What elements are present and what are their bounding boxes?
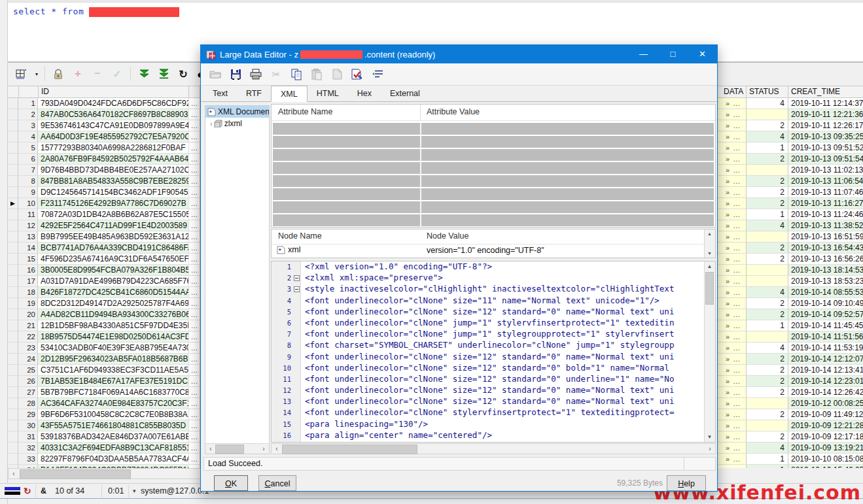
row-number-cell[interactable]: 11 [18, 209, 38, 220]
print-button[interactable] [249, 68, 262, 81]
code-vertical-scrollbar[interactable]: ▲ ▼ [704, 261, 715, 442]
cell-status[interactable]: 2 [746, 365, 788, 376]
code-line[interactable]: <font underlinecolor="clNone" size="12" … [302, 363, 704, 374]
fetch-next-page-button[interactable] [137, 67, 150, 80]
cell-creat-time[interactable]: 2019-10-09 13:19:21▾ [788, 443, 863, 454]
cell-id-browse-button[interactable]: … [188, 376, 200, 387]
cell-data-browse-button[interactable]: »… [714, 165, 746, 176]
cell-status[interactable] [746, 109, 788, 120]
row-number-cell[interactable]: 12 [18, 220, 38, 231]
open-file-button[interactable] [209, 68, 222, 81]
cell-id[interactable]: 7B1AB53E1B484E67A17AFE37E5191DC1 [38, 376, 188, 387]
cell-creat-time[interactable]: 2019-10-13 16:54:43▾ [788, 243, 863, 254]
cell-data-browse-button[interactable]: »… [714, 431, 746, 443]
cell-id[interactable]: 82297F8796F04D3DAA5B5AA7783ACF4A [38, 454, 188, 465]
cell-data-browse-button[interactable]: »… [714, 298, 746, 309]
cell-id[interactable]: 847BB81A8AB54833A558C9B7EBE28259 [38, 176, 188, 187]
cell-creat-time[interactable]: 2019-10-14 11:53:19▾ [788, 343, 863, 354]
code-line[interactable]: <style inactiveselcolor="clHighlight" in… [302, 284, 704, 295]
cell-status[interactable] [746, 420, 788, 431]
row-indicator-cell[interactable] [8, 220, 18, 231]
cell-id[interactable]: 2A80A76FB9F84592B5025792F4AAAB64 [38, 154, 188, 165]
minimize-button[interactable]: — [629, 45, 658, 63]
xml-source-view[interactable]: 12345678910111213141516 <?xml version="1… [271, 261, 716, 443]
row-number-cell[interactable]: 8 [18, 176, 38, 187]
help-button[interactable]: Help [667, 475, 706, 491]
cell-id[interactable]: A031D7A91DAE4996B79D4223CA685F76 [38, 276, 188, 287]
cell-creat-time[interactable]: 2019-10-14 12:26:42▾ [788, 387, 863, 398]
cell-id[interactable]: 3B0005E8D9954FCBA079A326F1B804B5 [38, 265, 188, 276]
row-indicator-cell[interactable] [8, 109, 18, 120]
scrollbar-thumb[interactable] [20, 469, 131, 479]
cell-data-browse-button[interactable]: »… [714, 265, 746, 276]
row-number-cell[interactable]: 7 [18, 165, 38, 176]
cell-creat-time[interactable]: 2019-10-13 09:51:54▾ [788, 154, 863, 165]
tree-horizontal-scrollbar[interactable]: ‹ › [205, 443, 269, 454]
row-number-cell[interactable]: 21 [18, 320, 38, 331]
cell-creat-time[interactable]: 2019-10-13 11:02:13▾ [788, 165, 863, 176]
attribute-value-header[interactable]: Attribute Value [427, 107, 480, 116]
paste-button[interactable] [310, 68, 323, 81]
cell-creat-time[interactable]: 2019-10-09 12:17:18▾ [788, 431, 863, 443]
cell-id[interactable]: A4AD82CB11D9494BA934300C33276B06 [38, 309, 188, 320]
cell-id-browse-button[interactable]: … [188, 398, 200, 409]
cell-data-browse-button[interactable]: »… [714, 354, 746, 365]
row-number-cell[interactable]: 24 [18, 354, 38, 365]
row-number-cell[interactable]: 23 [18, 343, 38, 354]
cell-creat-time[interactable]: 2019-10-14 12:23:01▾ [788, 376, 863, 387]
cell-id-browse-button[interactable]: … [188, 243, 200, 254]
cell-creat-time[interactable]: 2019-10-13 11:07:46▾ [788, 187, 863, 198]
row-indicator-cell[interactable] [8, 154, 18, 165]
row-number-cell[interactable]: 27 [18, 387, 38, 398]
cell-data-browse-button[interactable]: »… [714, 320, 746, 331]
row-indicator-cell[interactable] [8, 120, 18, 131]
cell-id-browse-button[interactable]: … [188, 354, 200, 365]
cell-id[interactable]: 4F596D235A67416A9C31DF6A547650EF [38, 254, 188, 265]
row-number-cell[interactable]: 32 [18, 443, 38, 454]
cell-creat-time[interactable]: 2019-10-11 12:26:17▾ [788, 120, 863, 131]
cell-data-browse-button[interactable]: »… [714, 287, 746, 298]
row-number-cell[interactable]: 29 [18, 409, 38, 420]
node-value-header[interactable]: Node Value [427, 231, 468, 241]
row-number-cell[interactable]: 6 [18, 154, 38, 165]
cell-status[interactable] [746, 398, 788, 409]
cell-id-browse-button[interactable]: … [188, 176, 200, 187]
cell-id-browse-button[interactable]: … [188, 231, 200, 243]
cell-status[interactable]: 2 [746, 387, 788, 398]
row-number-cell[interactable]: 33 [18, 454, 38, 465]
cell-creat-time[interactable]: 2019-10-13 11:06:54▾ [788, 176, 863, 187]
scrollbar-thumb[interactable] [215, 445, 244, 454]
cell-creat-time[interactable]: 2019-10-13 11:16:27▾ [788, 198, 863, 209]
cell-id-browse-button[interactable]: … [188, 387, 200, 398]
cell-data-browse-button[interactable]: »… [714, 443, 746, 454]
cell-id-browse-button[interactable]: … [188, 98, 200, 109]
cell-data-browse-button[interactable]: »… [714, 331, 746, 343]
row-number-cell[interactable]: 2 [18, 109, 38, 120]
row-number-cell[interactable]: 30 [18, 420, 38, 431]
row-indicator-cell[interactable] [8, 243, 18, 254]
cell-status[interactable]: 4 [746, 220, 788, 231]
row-indicator-cell[interactable]: ▶ [8, 198, 18, 209]
row-number-cell[interactable]: 17 [18, 276, 38, 287]
cell-id-browse-button[interactable]: … [188, 276, 200, 287]
lock-button[interactable] [52, 67, 65, 80]
row-indicator-cell[interactable] [8, 376, 18, 387]
cell-id[interactable]: 2D12B95F29634023AB5FA018B5687B6B [38, 354, 188, 365]
scroll-right-icon[interactable]: › [705, 444, 715, 454]
scroll-up-icon[interactable]: ▲ [705, 229, 714, 238]
cell-creat-time[interactable]: 2019-10-14 12:13:41▾ [788, 365, 863, 376]
cell-status[interactable]: 1 [746, 320, 788, 331]
grid-layout-caret[interactable]: ▾ [35, 71, 38, 77]
cell-id-browse-button[interactable]: … [188, 265, 200, 276]
cell-id[interactable]: BCB7741AD76A4A339CBD4191C86486FA [38, 243, 188, 254]
row-indicator-cell[interactable] [8, 454, 18, 465]
node-grid-scrollbar[interactable]: ▲ ▼ [704, 229, 715, 258]
code-line[interactable]: <para linespacing="130"/> [302, 419, 704, 430]
cell-status[interactable]: 2 [746, 243, 788, 254]
cell-id[interactable]: 40331C3A2F694EDFA8B9C13CAF818551 [38, 443, 188, 454]
cell-id-browse-button[interactable]: … [188, 331, 200, 343]
tab-rtf[interactable]: RTF [237, 86, 271, 102]
code-line[interactable]: <font underlinecolor="clNone" jump="1" s… [302, 329, 704, 340]
cell-data-browse-button[interactable]: »… [714, 154, 746, 165]
cell-status[interactable]: 2 [746, 120, 788, 131]
